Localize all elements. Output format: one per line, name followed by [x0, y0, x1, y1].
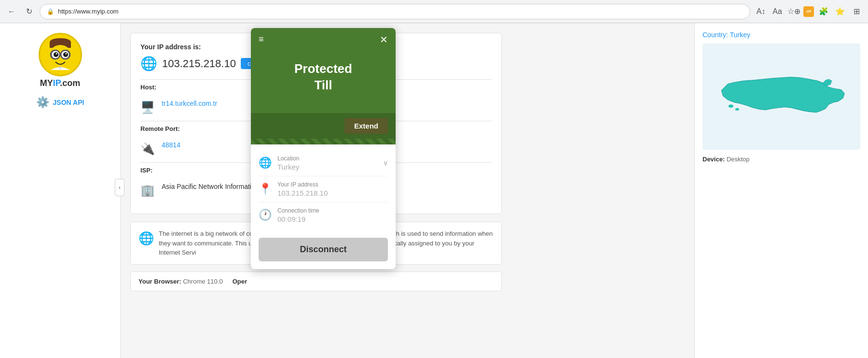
vpn-location-content: Location Turkey: [277, 155, 299, 171]
sidebar: MYIP.com ⚙️ JSON API: [0, 23, 121, 358]
svg-point-9: [65, 53, 67, 55]
remote-port-value: 48814: [162, 141, 180, 149]
logo-container: MYIP.com: [39, 33, 82, 88]
protected-line1: Protected: [256, 61, 391, 77]
collapse-icon: ‹: [119, 184, 121, 191]
vpn-ip-label: Your IP address: [277, 181, 328, 188]
url-text: https://www.myip.com: [58, 8, 119, 15]
country-label: Country: Turkey: [703, 31, 860, 39]
network-icon: 🌐: [138, 229, 154, 248]
browser-actions: A↕ Aa ☆⊕ off 🧩 ⭐ ⊞: [754, 5, 863, 18]
os-label: Oper: [233, 278, 247, 285]
vpn-ip-row: 📍 Your IP address 103.215.218.10: [259, 176, 388, 202]
turkey-map-container: [703, 43, 860, 150]
sidebar-button[interactable]: ⊞: [850, 5, 863, 18]
vpn-stripe: [251, 139, 396, 144]
vpn-ip-value: 103.215.218.10: [277, 189, 328, 197]
svg-point-7: [63, 52, 68, 57]
bookmark-button[interactable]: ☆⊕: [787, 5, 800, 18]
device-label-right: Device: Desktop: [703, 156, 860, 163]
svg-point-6: [54, 52, 58, 57]
ip-address-display: 103.215.218.10: [162, 57, 236, 70]
page-layout: MYIP.com ⚙️ JSON API ‹ Your IP address i…: [0, 23, 868, 358]
vpn-globe-icon: 🌐: [259, 157, 272, 169]
vpn-popup: ≡ ✕ Protected Till Extend 🌐 Location Tur…: [251, 28, 396, 269]
vpn-time-row: 🕐 Connection time 00:09:19: [259, 202, 388, 228]
browser-label: Your Browser:: [138, 278, 181, 285]
json-api-label: JSON API: [53, 99, 84, 106]
right-panel: Country: Turkey Device: Desktop: [694, 23, 868, 358]
vpn-header: ≡ ✕: [251, 28, 396, 51]
vpn-location-label: Location: [277, 155, 299, 162]
vpn-disconnect-button[interactable]: Disconnect: [259, 238, 388, 261]
svg-point-8: [55, 53, 57, 55]
vpn-ip-content: Your IP address 103.215.218.10: [277, 181, 328, 197]
json-api-link[interactable]: ⚙️ JSON API: [36, 96, 84, 109]
mascot-svg: [41, 35, 80, 74]
gear-icon: ⚙️: [36, 96, 49, 109]
logo-text: MYIP.com: [40, 78, 81, 88]
country-value: Turkey: [730, 31, 750, 39]
vpn-time-content: Connection time 00:09:19: [277, 207, 319, 223]
bottom-bar: Your Browser: Chrome 110.0 Oper: [130, 272, 502, 291]
isp-label: ISP:: [140, 167, 152, 174]
vpn-location-value: Turkey: [277, 163, 299, 171]
profile-button[interactable]: ⭐: [833, 5, 847, 18]
vpn-extend-bar: Extend: [251, 113, 396, 139]
vpn-menu-button[interactable]: ≡: [259, 35, 264, 43]
host-label: Host:: [140, 84, 169, 91]
sidebar-collapse-button[interactable]: ‹: [115, 179, 124, 196]
refresh-button[interactable]: ↻: [22, 5, 36, 18]
back-button[interactable]: ←: [5, 5, 18, 18]
extensions-button[interactable]: 🧩: [817, 5, 830, 18]
address-bar[interactable]: 🔒 https://www.myip.com: [40, 4, 750, 19]
monitor-icon: 🖥️: [140, 100, 155, 114]
adblock-button[interactable]: off: [803, 6, 814, 17]
vpn-clock-icon: 🕐: [259, 209, 272, 221]
vpn-chevron-icon: ∨: [383, 159, 388, 167]
vpn-protected-area: Protected Till: [251, 51, 396, 113]
logo-myip: MYIP.com: [40, 78, 81, 88]
vpn-location-row: 🌐 Location Turkey ∨: [259, 150, 388, 176]
country-label-text: Country:: [703, 31, 728, 39]
vpn-time-value: 00:09:19: [277, 215, 319, 223]
translate-button[interactable]: A↕: [754, 5, 768, 18]
protected-line2: Till: [256, 77, 391, 94]
os-info: Oper: [233, 278, 247, 285]
host-value: tr14.turkcell.com.tr: [162, 100, 217, 107]
vpn-info-section: 🌐 Location Turkey ∨ 📍 Your IP address 10…: [251, 144, 396, 234]
device-value: Desktop: [727, 156, 750, 163]
lock-icon: 🔒: [47, 8, 54, 15]
browser-value: Chrome 110.0: [183, 278, 222, 285]
svg-point-14: [729, 104, 733, 108]
browser-info: Your Browser: Chrome 110.0: [138, 278, 223, 285]
vpn-pin-icon: 📍: [259, 183, 272, 195]
browser-chrome: ← ↻ 🔒 https://www.myip.com A↕ Aa ☆⊕ off …: [0, 0, 868, 23]
vpn-extend-button[interactable]: Extend: [344, 118, 388, 134]
vpn-time-label: Connection time: [277, 207, 319, 214]
logo-circle: [39, 33, 82, 76]
reader-button[interactable]: Aa: [771, 5, 784, 18]
device-label-text: Device:: [703, 156, 725, 163]
vpn-protected-text: Protected Till: [256, 61, 391, 94]
globe-icon: 🌐: [140, 56, 157, 72]
remote-port-label: Remote Port:: [140, 125, 180, 132]
vpn-close-button[interactable]: ✕: [380, 35, 388, 44]
svg-point-15: [735, 108, 739, 111]
main-content: Your IP address is: 🌐 103.215.218.10 cop…: [121, 23, 694, 358]
building-icon: 🏢: [140, 184, 155, 197]
turkey-map-svg: [703, 43, 860, 150]
plug-icon: 🔌: [140, 142, 155, 156]
